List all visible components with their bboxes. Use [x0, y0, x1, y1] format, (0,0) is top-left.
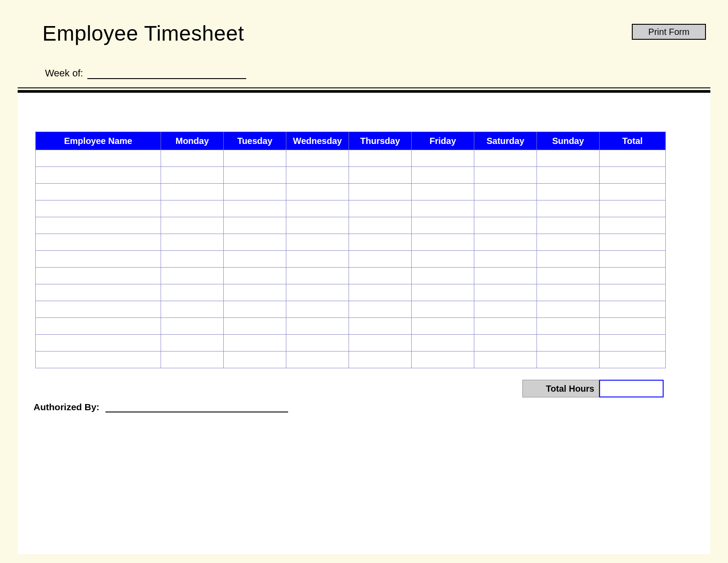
- cell-employee-name[interactable]: [36, 234, 161, 251]
- cell-thursday[interactable]: [349, 284, 412, 301]
- cell-wednesday[interactable]: [286, 301, 349, 318]
- cell-monday[interactable]: [161, 335, 224, 351]
- cell-sunday[interactable]: [537, 150, 600, 167]
- cell-wednesday[interactable]: [286, 268, 349, 284]
- cell-tuesday[interactable]: [224, 318, 286, 335]
- cell-thursday[interactable]: [349, 301, 412, 318]
- cell-monday[interactable]: [161, 301, 224, 318]
- cell-sunday[interactable]: [537, 335, 600, 351]
- cell-sunday[interactable]: [537, 167, 600, 184]
- cell-saturday[interactable]: [474, 167, 537, 184]
- cell-sunday[interactable]: [537, 301, 600, 318]
- cell-sunday[interactable]: [537, 268, 600, 284]
- cell-thursday[interactable]: [349, 200, 412, 217]
- cell-friday[interactable]: [412, 318, 474, 335]
- cell-wednesday[interactable]: [286, 217, 349, 234]
- cell-saturday[interactable]: [474, 234, 537, 251]
- cell-saturday[interactable]: [474, 301, 537, 318]
- cell-total[interactable]: [600, 351, 666, 368]
- cell-employee-name[interactable]: [36, 284, 161, 301]
- cell-friday[interactable]: [412, 284, 474, 301]
- cell-thursday[interactable]: [349, 335, 412, 351]
- cell-wednesday[interactable]: [286, 184, 349, 200]
- cell-sunday[interactable]: [537, 318, 600, 335]
- cell-thursday[interactable]: [349, 268, 412, 284]
- cell-tuesday[interactable]: [224, 335, 286, 351]
- cell-monday[interactable]: [161, 217, 224, 234]
- cell-sunday[interactable]: [537, 217, 600, 234]
- cell-sunday[interactable]: [537, 251, 600, 268]
- cell-tuesday[interactable]: [224, 251, 286, 268]
- cell-employee-name[interactable]: [36, 301, 161, 318]
- cell-monday[interactable]: [161, 167, 224, 184]
- authorized-by-input-line[interactable]: [105, 403, 288, 412]
- cell-friday[interactable]: [412, 335, 474, 351]
- cell-thursday[interactable]: [349, 150, 412, 167]
- cell-employee-name[interactable]: [36, 318, 161, 335]
- cell-employee-name[interactable]: [36, 268, 161, 284]
- cell-thursday[interactable]: [349, 217, 412, 234]
- cell-employee-name[interactable]: [36, 251, 161, 268]
- cell-tuesday[interactable]: [224, 284, 286, 301]
- cell-friday[interactable]: [412, 167, 474, 184]
- cell-monday[interactable]: [161, 284, 224, 301]
- cell-saturday[interactable]: [474, 268, 537, 284]
- cell-total[interactable]: [600, 301, 666, 318]
- total-hours-value[interactable]: [599, 380, 664, 397]
- cell-sunday[interactable]: [537, 284, 600, 301]
- cell-saturday[interactable]: [474, 318, 537, 335]
- cell-total[interactable]: [600, 200, 666, 217]
- cell-monday[interactable]: [161, 351, 224, 368]
- cell-monday[interactable]: [161, 251, 224, 268]
- cell-saturday[interactable]: [474, 184, 537, 200]
- cell-total[interactable]: [600, 234, 666, 251]
- cell-total[interactable]: [600, 284, 666, 301]
- cell-friday[interactable]: [412, 251, 474, 268]
- cell-employee-name[interactable]: [36, 167, 161, 184]
- cell-total[interactable]: [600, 268, 666, 284]
- cell-wednesday[interactable]: [286, 318, 349, 335]
- cell-wednesday[interactable]: [286, 335, 349, 351]
- cell-tuesday[interactable]: [224, 184, 286, 200]
- cell-monday[interactable]: [161, 200, 224, 217]
- cell-thursday[interactable]: [349, 184, 412, 200]
- print-form-button[interactable]: Print Form: [632, 24, 706, 40]
- cell-total[interactable]: [600, 335, 666, 351]
- cell-employee-name[interactable]: [36, 200, 161, 217]
- cell-wednesday[interactable]: [286, 234, 349, 251]
- cell-thursday[interactable]: [349, 167, 412, 184]
- cell-total[interactable]: [600, 150, 666, 167]
- cell-monday[interactable]: [161, 268, 224, 284]
- cell-sunday[interactable]: [537, 184, 600, 200]
- cell-tuesday[interactable]: [224, 351, 286, 368]
- cell-tuesday[interactable]: [224, 217, 286, 234]
- cell-employee-name[interactable]: [36, 217, 161, 234]
- cell-total[interactable]: [600, 251, 666, 268]
- cell-friday[interactable]: [412, 200, 474, 217]
- cell-friday[interactable]: [412, 184, 474, 200]
- cell-employee-name[interactable]: [36, 150, 161, 167]
- cell-wednesday[interactable]: [286, 200, 349, 217]
- cell-friday[interactable]: [412, 150, 474, 167]
- cell-thursday[interactable]: [349, 351, 412, 368]
- cell-wednesday[interactable]: [286, 351, 349, 368]
- cell-saturday[interactable]: [474, 217, 537, 234]
- cell-tuesday[interactable]: [224, 167, 286, 184]
- cell-total[interactable]: [600, 217, 666, 234]
- cell-thursday[interactable]: [349, 251, 412, 268]
- cell-wednesday[interactable]: [286, 167, 349, 184]
- cell-sunday[interactable]: [537, 200, 600, 217]
- cell-tuesday[interactable]: [224, 150, 286, 167]
- cell-wednesday[interactable]: [286, 251, 349, 268]
- cell-saturday[interactable]: [474, 251, 537, 268]
- cell-tuesday[interactable]: [224, 200, 286, 217]
- cell-friday[interactable]: [412, 301, 474, 318]
- cell-employee-name[interactable]: [36, 184, 161, 200]
- cell-monday[interactable]: [161, 234, 224, 251]
- cell-total[interactable]: [600, 184, 666, 200]
- cell-employee-name[interactable]: [36, 351, 161, 368]
- cell-friday[interactable]: [412, 268, 474, 284]
- cell-tuesday[interactable]: [224, 234, 286, 251]
- cell-wednesday[interactable]: [286, 284, 349, 301]
- cell-thursday[interactable]: [349, 234, 412, 251]
